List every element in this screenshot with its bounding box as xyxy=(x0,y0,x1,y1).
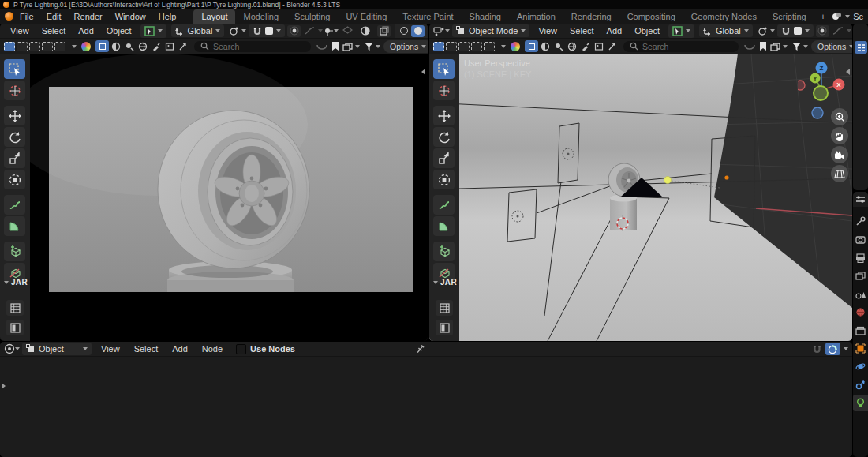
vpr-jar-panel-header[interactable]: JAR xyxy=(433,278,457,287)
properties-editor-icon[interactable] xyxy=(853,192,868,207)
tool-select-box[interactable] xyxy=(433,59,455,79)
collections-visibility-icon[interactable] xyxy=(342,42,354,51)
scene-dropdown-chevron[interactable] xyxy=(845,15,850,18)
tab-tool-properties[interactable] xyxy=(853,213,868,230)
filter-world-icon[interactable] xyxy=(136,40,149,52)
select-mode-intersect-icon[interactable] xyxy=(484,42,495,51)
filter-armature-icon[interactable] xyxy=(176,40,189,52)
vpl-jar-panel-header[interactable]: JAR xyxy=(4,278,28,287)
tab-layout[interactable]: Layout xyxy=(193,9,235,24)
filter-armature-icon[interactable] xyxy=(605,40,619,52)
tab-render-properties[interactable] xyxy=(853,231,868,248)
filter-curve-icon[interactable] xyxy=(109,40,122,52)
tab-animation[interactable]: Animation xyxy=(509,9,563,24)
node-menu-view[interactable]: View xyxy=(94,344,127,354)
vpr-jar-split-button[interactable] xyxy=(436,320,453,335)
vpr-menu-add[interactable]: Add xyxy=(600,26,629,36)
editor-type-icon[interactable] xyxy=(433,26,445,36)
shader-editor-type-chevron[interactable] xyxy=(15,347,20,350)
collections-visibility-icon[interactable] xyxy=(770,42,781,51)
tab-world-properties[interactable] xyxy=(853,304,868,320)
filter-chevron[interactable] xyxy=(376,45,380,48)
scene-name[interactable]: Sc xyxy=(853,12,863,21)
tab-physics-properties[interactable] xyxy=(853,358,868,375)
gizmo-chevron[interactable] xyxy=(334,29,339,32)
tool-measure[interactable] xyxy=(4,216,25,236)
toolsettings-chevron[interactable] xyxy=(501,45,506,48)
snap-target-icon[interactable] xyxy=(758,26,768,36)
vpl-snap-chip[interactable] xyxy=(249,24,285,37)
select-mode-extend-icon[interactable] xyxy=(17,42,28,51)
tool-rotate[interactable] xyxy=(433,127,455,147)
tool-scale[interactable] xyxy=(433,148,455,168)
overlays-icon[interactable] xyxy=(342,26,353,36)
options-button[interactable]: Options xyxy=(811,40,852,53)
tool-transform[interactable] xyxy=(4,170,25,189)
menu-window[interactable]: Window xyxy=(109,12,152,21)
tool-add-cube[interactable] xyxy=(4,242,25,261)
camera-view-button[interactable] xyxy=(831,146,848,163)
vpl-menu-view[interactable]: View xyxy=(4,26,36,36)
toggle-xray-icon[interactable] xyxy=(360,26,371,36)
viewport-left-canvas[interactable]: JAR xyxy=(0,54,428,341)
tab-modeling[interactable]: Modeling xyxy=(235,9,286,24)
shader-type-selector[interactable]: Object xyxy=(22,343,92,355)
tab-scene-properties[interactable] xyxy=(853,286,868,302)
search-field[interactable]: Search xyxy=(623,41,739,52)
tab-rendering[interactable]: Rendering xyxy=(563,9,619,24)
select-mode-invert-icon[interactable] xyxy=(471,42,482,51)
tool-transform[interactable] xyxy=(433,170,455,189)
vpr-menu-object[interactable]: Object xyxy=(628,26,666,36)
node-sidebar-expand-arrow[interactable] xyxy=(2,383,6,389)
node-menu-add[interactable]: Add xyxy=(165,344,195,354)
vpl-menu-add[interactable]: Add xyxy=(72,26,100,36)
proportional-editing-icon[interactable] xyxy=(816,25,829,37)
view-layer-ball-icon[interactable] xyxy=(81,42,91,51)
filter-world-icon[interactable] xyxy=(565,40,578,52)
shading-material-icon[interactable] xyxy=(425,25,428,37)
tab-compositing[interactable]: Compositing xyxy=(619,9,683,24)
tab-collection-properties[interactable] xyxy=(853,322,868,339)
filter-funnel-icon[interactable] xyxy=(791,42,802,51)
render-region-icon[interactable] xyxy=(377,25,391,37)
view-layer-ball-icon[interactable] xyxy=(511,42,520,51)
tool-annotate[interactable] xyxy=(433,195,455,215)
menu-file[interactable]: File xyxy=(13,12,40,21)
vpl-jar-grid-button[interactable] xyxy=(6,300,24,316)
filter-image-icon[interactable] xyxy=(592,40,605,52)
vpl-active-tool-chip[interactable] xyxy=(140,24,166,38)
pin-icon[interactable] xyxy=(416,344,426,354)
vpr-orientation-chip[interactable]: Global xyxy=(699,24,753,37)
select-mode-extend-icon[interactable] xyxy=(446,42,457,51)
bookmark-icon[interactable] xyxy=(759,41,767,51)
tool-cursor[interactable] xyxy=(433,81,455,100)
blender-menu-icon[interactable] xyxy=(5,12,13,21)
select-mode-intersect-icon[interactable] xyxy=(54,42,65,51)
tool-move[interactable] xyxy=(433,106,455,125)
tool-cursor[interactable] xyxy=(4,81,25,100)
tab-viewlayer-properties[interactable] xyxy=(853,268,868,284)
proportional-editing-icon[interactable] xyxy=(287,25,301,37)
snap-target-icon[interactable] xyxy=(229,26,239,36)
falloff-curve-icon[interactable] xyxy=(832,26,844,36)
orthographic-toggle-button[interactable] xyxy=(831,165,848,182)
vpl-menu-object[interactable]: Object xyxy=(100,26,138,36)
node-overlays-chevron[interactable] xyxy=(844,347,848,350)
tab-texture-paint[interactable]: Texture Paint xyxy=(395,9,461,24)
pan-button[interactable] xyxy=(831,127,848,144)
tool-rotate[interactable] xyxy=(4,127,25,147)
filter-light-icon[interactable] xyxy=(122,40,136,52)
mirror-options-icon[interactable] xyxy=(743,42,756,51)
vpr-snap-chip[interactable] xyxy=(777,24,814,37)
tab-constraints-properties[interactable] xyxy=(853,376,868,393)
filter-brush-icon[interactable] xyxy=(578,40,592,52)
bookmark-icon[interactable] xyxy=(331,41,339,51)
search-field[interactable]: Search xyxy=(194,41,311,52)
shader-editor-canvas[interactable] xyxy=(0,357,852,457)
zoom-button[interactable] xyxy=(831,108,848,125)
shading-solid-icon[interactable] xyxy=(411,25,425,37)
filter-light-icon[interactable] xyxy=(552,40,565,52)
options-button[interactable]: Options xyxy=(383,40,428,53)
use-nodes-toggle[interactable]: Use Nodes xyxy=(236,344,295,354)
snap-target-chevron[interactable] xyxy=(770,29,775,32)
